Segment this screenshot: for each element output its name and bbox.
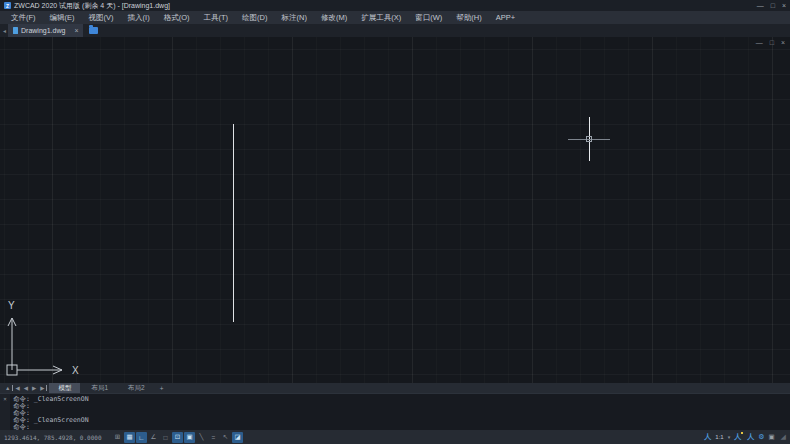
maximize-button[interactable]: □ <box>771 2 775 9</box>
menu-express-tools[interactable]: 扩展工具(X) <box>354 13 408 23</box>
toggle-lineweight[interactable]: ╲ <box>196 432 207 443</box>
panel-expand-icon[interactable]: ▲ <box>3 385 12 391</box>
layout-tab-model[interactable]: 模型 <box>49 383 80 393</box>
command-history-line: 命令: <box>13 403 788 410</box>
toggle-clean-screen[interactable]: ◪ <box>232 432 243 443</box>
menu-app-plus[interactable]: APP+ <box>489 13 522 22</box>
layout-prev-icon[interactable]: ◀ <box>22 385 30 391</box>
annotation-scale-icon[interactable]: 人 <box>704 432 711 442</box>
command-prompt-line[interactable]: 命令: <box>13 424 788 431</box>
command-history-line: 命令: _CleanScreenON <box>13 417 788 424</box>
layout-tab-layout2[interactable]: 布局2 <box>119 383 154 393</box>
menu-help[interactable]: 帮助(H) <box>449 13 488 23</box>
layout-tab-bar: ▲ ◀ ◀ ▶ ▶ 模型 布局1 布局2 + <box>0 383 790 393</box>
menu-window[interactable]: 窗口(W) <box>408 13 449 23</box>
auto-annotation-scale-icon[interactable]: 人 <box>747 432 754 442</box>
toggle-polar[interactable]: ∠ <box>148 432 159 443</box>
layout-tab-layout1[interactable]: 布局1 <box>82 383 117 393</box>
toggle-otrack[interactable]: ⊡ <box>172 432 183 443</box>
toggle-osnap[interactable]: □ <box>160 432 171 443</box>
mdi-window-controls: — □ × <box>756 39 785 46</box>
drawing-file-icon <box>13 27 18 34</box>
settings-gear-icon[interactable]: ⚙ <box>758 433 764 441</box>
resize-grip-icon: ◢ <box>781 433 786 441</box>
menu-edit[interactable]: 编辑(E) <box>43 13 82 23</box>
toggle-ortho[interactable]: ∟ <box>136 432 147 443</box>
close-button[interactable]: × <box>782 2 786 9</box>
layout-last-icon[interactable]: ▶ <box>38 385 47 391</box>
annotation-visibility-icon[interactable]: 人 <box>734 432 743 442</box>
crosshair-pickbox <box>586 136 592 142</box>
zwcad-window: Z ZWCAD 2020 试用版 (剩余 4 天) - [Drawing1.dw… <box>0 0 790 444</box>
status-bar-right: 人 1:1 ▾ 人 人 ⚙ ▣ ◢ <box>704 432 786 442</box>
document-tab-close-icon[interactable]: × <box>68 27 78 34</box>
annotation-scale-caret-icon[interactable]: ▾ <box>728 434 731 440</box>
drawn-vertical-line <box>233 124 234 322</box>
command-history-line: 命令: <box>13 410 788 417</box>
title-bar: Z ZWCAD 2020 试用版 (剩余 4 天) - [Drawing1.dw… <box>0 0 790 11</box>
command-panel-close-icon[interactable]: × <box>3 395 7 402</box>
minimize-button[interactable]: — <box>757 2 764 9</box>
menu-view[interactable]: 视图(V) <box>82 13 121 23</box>
drawing-canvas[interactable]: — □ × Y X <box>0 37 790 383</box>
coordinate-readout: 1293.4614, 785.4928, 0.0000 <box>4 434 112 441</box>
ucs-y-label: Y <box>8 300 15 311</box>
mdi-close-button[interactable]: × <box>781 39 785 46</box>
command-line-panel[interactable]: × 命令: _CleanScreenON 命令: 命令: 命令: _CleanS… <box>0 393 790 430</box>
menu-dimension[interactable]: 标注(N) <box>275 13 314 23</box>
mdi-restore-button[interactable]: □ <box>770 39 774 46</box>
menu-draw[interactable]: 绘图(D) <box>235 13 274 23</box>
status-toggles: ⊞ ▦ ∟ ∠ □ ⊡ ▣ ╲ = ↖ ◪ <box>112 432 243 443</box>
menu-modify[interactable]: 修改(M) <box>314 13 354 23</box>
fullscreen-icon[interactable]: ▣ <box>768 433 774 441</box>
menu-insert[interactable]: 插入(I) <box>121 13 157 23</box>
command-panel-gutter: × <box>0 394 10 430</box>
ucs-icon: Y X <box>0 295 112 383</box>
toggle-snap[interactable]: ⊞ <box>112 432 123 443</box>
layout-first-icon[interactable]: ◀ <box>12 385 21 391</box>
document-tab-bar: ◂ Drawing1.dwg × <box>0 24 790 37</box>
menu-format[interactable]: 格式(O) <box>157 13 197 23</box>
menu-bar: 文件(F) 编辑(E) 视图(V) 插入(I) 格式(O) 工具(T) 绘图(D… <box>0 11 790 24</box>
document-tab-drawing1[interactable]: Drawing1.dwg × <box>8 24 83 37</box>
menu-tools[interactable]: 工具(T) <box>197 13 236 23</box>
toggle-annotation[interactable]: = <box>208 432 219 443</box>
menu-file[interactable]: 文件(F) <box>4 13 43 23</box>
status-bar: 1293.4614, 785.4928, 0.0000 ⊞ ▦ ∟ ∠ □ ⊡ … <box>0 430 790 444</box>
ucs-x-label: X <box>72 365 79 376</box>
tab-scroll-left-icon[interactable]: ◂ <box>1 27 8 34</box>
app-logo-icon: Z <box>4 2 11 9</box>
document-tab-label: Drawing1.dwg <box>21 27 65 34</box>
new-drawing-icon[interactable] <box>89 27 98 34</box>
annotation-scale-value[interactable]: 1:1 <box>715 434 723 440</box>
window-title: ZWCAD 2020 试用版 (剩余 4 天) - [Drawing1.dwg] <box>14 1 170 11</box>
layout-next-icon[interactable]: ▶ <box>30 385 38 391</box>
toggle-grid[interactable]: ▦ <box>124 432 135 443</box>
mdi-minimize-button[interactable]: — <box>756 39 763 46</box>
add-layout-button[interactable]: + <box>154 385 170 392</box>
toggle-dyn[interactable]: ▣ <box>184 432 195 443</box>
command-history-line: 命令: _CleanScreenON <box>13 396 788 403</box>
toggle-cursor-select[interactable]: ↖ <box>220 432 231 443</box>
